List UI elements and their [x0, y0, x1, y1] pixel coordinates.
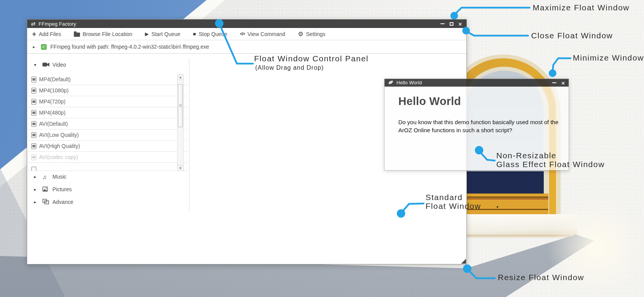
maximize-button[interactable]: [450, 22, 453, 26]
list-item[interactable]: AVI(Default): [28, 118, 187, 130]
list-item[interactable]: AVI(High Quality): [28, 141, 187, 152]
video-file-icon: [31, 77, 36, 82]
annotation-close: Close Float Window: [531, 31, 613, 40]
tree-section-music[interactable]: ▸ ♫ Music: [34, 172, 67, 181]
list-item[interactable]: MP4(720p): [28, 96, 187, 107]
list-item[interactable]: MP4(Default): [28, 74, 187, 85]
code-icon: </>: [240, 32, 245, 36]
list-item[interactable]: MP4(1080p): [28, 85, 187, 96]
list-item-label: AVI(High Quality): [39, 143, 80, 149]
annotation-standard-line2: Float Window: [426, 202, 481, 210]
ffmpeg-titlebar[interactable]: ⇄ FFmpeg Factory ×: [27, 20, 466, 28]
view-command-label: View Command: [248, 31, 285, 37]
window-title: Hello World: [396, 80, 422, 85]
view-command-button[interactable]: </> View Command: [240, 31, 285, 37]
annotation-control-panel: Float Window Control Panel: [254, 54, 368, 63]
hello-body-text: Do you know that this demo function basi…: [398, 118, 564, 135]
check-icon: ✓: [41, 44, 47, 50]
scroll-down-arrow-icon[interactable]: ▼: [178, 165, 183, 171]
list-item[interactable]: MP4(480p): [28, 107, 187, 118]
scroll-up-arrow-icon[interactable]: ▲: [178, 74, 183, 80]
close-button[interactable]: ×: [458, 21, 462, 27]
video-file-icon: [31, 99, 36, 105]
list-item-disabled[interactable]: AVI(codec copy): [28, 152, 187, 163]
video-file-icon: [31, 132, 36, 138]
leaf-icon: [388, 80, 393, 85]
stop-queue-button[interactable]: ■ Stop Queue: [193, 31, 227, 37]
video-file-icon: [31, 110, 36, 116]
ffmpeg-toolbar: + Add Files Browse File Location ▶ Start…: [27, 28, 466, 40]
status-text: FFmpeg found with path: ffmpeg-4.0.2-win…: [51, 44, 209, 50]
scrollbar-thumb[interactable]: [178, 84, 183, 127]
annotation-glass-window: Non-Resizable Glass Effect Float Window: [496, 151, 605, 169]
list-item-clipped: [28, 163, 187, 171]
video-section-label: Video: [52, 62, 66, 68]
annotation-glass-line1: Non-Resizable: [496, 151, 605, 160]
caret-down-icon[interactable]: ▾: [34, 62, 42, 67]
annotation-resize: Resize Float Window: [498, 273, 584, 282]
pictures-section-label: Pictures: [52, 186, 72, 192]
stop-icon: ■: [193, 31, 196, 36]
video-file-icon: [31, 154, 36, 160]
list-item-label: AVI(Default): [39, 121, 68, 127]
browse-label: Browse File Location: [83, 31, 132, 37]
desktop: ⇄ FFmpeg Factory × + Add Files Browse Fi…: [0, 0, 644, 297]
annotation-maximize: Maximize Float Window: [533, 3, 629, 12]
content-divider: [189, 58, 189, 211]
window-controls: ×: [440, 21, 462, 27]
caret-right-icon[interactable]: ▸: [34, 200, 42, 205]
annotation-standard-line1: Standard: [426, 193, 481, 202]
list-item-label: MP4(720p): [39, 98, 65, 105]
add-files-label: Add Files: [39, 31, 61, 37]
list-item-label: AVI(Low Quality): [39, 132, 79, 138]
video-camera-icon: [42, 62, 52, 68]
video-file-icon: [31, 88, 36, 94]
stop-queue-label: Stop Queue: [199, 31, 227, 37]
list-item-label: MP4(1080p): [39, 87, 68, 94]
gear-icon: ⚙: [298, 31, 303, 37]
music-note-icon: ♫: [42, 174, 52, 180]
caret-right-icon[interactable]: ▸: [34, 187, 42, 192]
play-icon: ▶: [145, 31, 149, 36]
window-title: FFmpeg Factory: [39, 21, 76, 27]
tree-section-video[interactable]: ▾ Video: [34, 61, 66, 69]
ffmpeg-status-row: ▸ ✓ FFmpeg found with path: ffmpeg-4.0.2…: [27, 40, 466, 54]
hello-heading: Hello World: [398, 95, 461, 108]
settings-label: Settings: [306, 31, 326, 37]
list-item-label: AVI(codec copy): [39, 154, 78, 160]
advance-section-label: Advance: [52, 199, 73, 205]
list-item-label: MP4(Default): [39, 76, 70, 82]
tree-section-advance[interactable]: ▸ Advance: [34, 198, 73, 206]
resize-grip[interactable]: [461, 259, 466, 264]
minimize-button[interactable]: [440, 23, 445, 24]
annotation-glass-line2: Glass Effect Float Window: [496, 160, 605, 169]
settings-button[interactable]: ⚙ Settings: [298, 31, 325, 37]
object-group-icon: [42, 199, 52, 205]
music-section-label: Music: [52, 174, 67, 180]
tree-section-pictures[interactable]: ▸ Pictures: [34, 185, 72, 194]
swap-icon: ⇄: [31, 21, 36, 26]
video-file-icon: [31, 167, 36, 171]
plus-icon: +: [32, 31, 36, 38]
list-scrollbar[interactable]: ▲ ▼: [177, 74, 184, 171]
hello-titlebar[interactable]: Hello World ×: [385, 79, 569, 87]
preset-list: MP4(Default) MP4(1080p) MP4(720p) MP4(48…: [28, 74, 187, 171]
annotation-minimize: Minimize Window: [573, 53, 644, 62]
annotation-control-panel-sub: (Allow Drag and Drop): [255, 63, 324, 72]
annotation-standard-window: Standard Float Window: [426, 193, 481, 210]
picture-icon: [42, 186, 52, 193]
start-queue-button[interactable]: ▶ Start Queue: [145, 31, 181, 37]
video-file-icon: [31, 121, 36, 127]
minimize-button[interactable]: [552, 82, 556, 83]
browse-file-location-button[interactable]: Browse File Location: [74, 31, 132, 37]
caret-right-icon[interactable]: ▸: [34, 174, 42, 179]
window-controls: ×: [552, 80, 565, 86]
list-item[interactable]: AVI(Low Quality): [28, 130, 187, 141]
folder-icon: [74, 33, 80, 37]
start-queue-label: Start Queue: [152, 31, 181, 37]
add-files-button[interactable]: + Add Files: [32, 31, 61, 38]
expand-caret-icon[interactable]: ▸: [33, 44, 35, 49]
list-item-label: MP4(480p): [39, 110, 65, 116]
close-button[interactable]: ×: [561, 80, 565, 86]
video-file-icon: [31, 143, 36, 149]
